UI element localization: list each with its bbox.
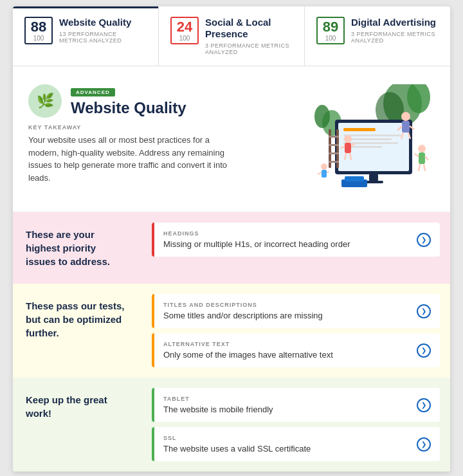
chevron-down-icon-optimize-0[interactable]: ❯ (417, 304, 431, 318)
section-content-priority: HEADINGS Missing or multiple H1s, or inc… (141, 212, 450, 284)
hero-title-wrap: ADVANCED Website Quality (71, 85, 186, 117)
svg-rect-7 (343, 128, 376, 131)
section-content-great: TABLET The website is mobile friendly ❯ … (141, 378, 450, 471)
score-box-0: 88 100 (24, 17, 53, 44)
sections-container: These are your highest priority issues t… (13, 212, 450, 471)
svg-point-20 (344, 135, 352, 143)
key-takeaway-label: KEY TAKEAWAY (28, 124, 293, 131)
score-box-2: 89 100 (316, 17, 345, 44)
section-great: Keep up the great work! TABLET The websi… (13, 378, 450, 471)
section-optimize: These pass our tests, but can be optimiz… (13, 284, 450, 378)
header-subtitle-1: 3 Performance Metrics Analyzed (205, 42, 293, 55)
issue-category-priority-0: HEADINGS (163, 230, 350, 237)
score-block-0: 88 100 Website Quality 13 Performance Me… (24, 17, 147, 44)
header-text-1: Social & Local Presence 3 Performance Me… (205, 17, 293, 55)
svg-point-4 (314, 105, 330, 128)
issue-info-optimize-0: TITLES AND DESCRIPTIONS Some titles and/… (163, 302, 323, 320)
chevron-down-icon-great-1[interactable]: ❯ (417, 437, 431, 452)
score-denom-1: 100 (176, 35, 194, 42)
header: 88 100 Website Quality 13 Performance Me… (13, 6, 450, 66)
header-text-2: Digital Advertising 3 Performance Metric… (351, 17, 439, 44)
header-text-0: Website Quality 13 Performance Metrics A… (59, 17, 147, 44)
svg-rect-28 (329, 136, 339, 138)
svg-rect-29 (329, 144, 339, 146)
svg-line-40 (318, 172, 322, 174)
issue-title-optimize-1: Only some of the images have alternative… (163, 350, 333, 360)
issue-info-priority-0: HEADINGS Missing or multiple H1s, or inc… (163, 230, 350, 249)
svg-rect-33 (419, 152, 425, 164)
advanced-badge: ADVANCED (71, 88, 115, 96)
issue-card-priority-0[interactable]: HEADINGS Missing or multiple H1s, or inc… (152, 223, 440, 257)
hero-section: 🌿 ADVANCED Website Quality KEY TAKEAWAY … (13, 66, 450, 212)
score-number-2: 89 (323, 19, 338, 35)
issue-title-great-1: The website uses a valid SSL certificate (163, 444, 311, 453)
key-takeaway-text: Your website uses all or most best pract… (28, 134, 234, 184)
svg-line-34 (414, 154, 419, 156)
issue-card-great-1[interactable]: SSL The website uses a valid SSL certifi… (152, 427, 440, 461)
chevron-down-icon-great-0[interactable]: ❯ (417, 398, 431, 412)
section-label-priority: These are your highest priority issues t… (13, 212, 141, 284)
issue-info-great-0: TABLET The website is mobile friendly (163, 396, 273, 414)
issue-card-optimize-1[interactable]: ALTERNATIVE TEXT Only some of the images… (152, 333, 440, 367)
header-subtitle-0: 13 Performance Metrics Analyzed (59, 31, 147, 44)
score-number-0: 88 (31, 19, 46, 35)
issue-info-great-1: SSL The website uses a valid SSL certifi… (163, 435, 311, 453)
svg-rect-43 (345, 176, 364, 181)
score-denom-2: 100 (322, 35, 340, 42)
svg-point-32 (418, 145, 426, 152)
hero-icon-wrap: 🌿 ADVANCED Website Quality (28, 84, 293, 118)
section-label-text-priority: These are your highest priority issues t… (26, 228, 129, 268)
svg-point-38 (321, 163, 327, 170)
hero-left: 🌿 ADVANCED Website Quality KEY TAKEAWAY … (28, 84, 293, 184)
section-label-optimize: These pass our tests, but can be optimiz… (13, 284, 141, 378)
section-label-text-great: Keep up the great work! (26, 393, 129, 420)
issue-card-optimize-0[interactable]: TITLES AND DESCRIPTIONS Some titles and/… (152, 294, 440, 328)
issue-title-great-0: The website is mobile friendly (163, 405, 273, 414)
svg-rect-31 (329, 161, 339, 163)
section-label-great: Keep up the great work! (13, 378, 141, 471)
section-content-optimize: TITLES AND DESCRIPTIONS Some titles and/… (141, 284, 450, 378)
svg-rect-12 (369, 174, 378, 181)
issue-info-optimize-1: ALTERNATIVE TEXT Only some of the images… (163, 341, 333, 360)
svg-point-14 (401, 112, 410, 121)
svg-line-41 (327, 172, 329, 172)
score-denom-0: 100 (30, 35, 48, 42)
section-priority: These are your highest priority issues t… (13, 212, 450, 284)
chevron-down-icon-optimize-1[interactable]: ❯ (417, 343, 431, 358)
svg-rect-10 (343, 142, 398, 144)
score-number-1: 24 (177, 19, 192, 35)
header-item-1[interactable]: 24 100 Social & Local Presence 3 Perform… (159, 6, 305, 66)
svg-rect-21 (345, 143, 351, 153)
issue-category-optimize-0: TITLES AND DESCRIPTIONS (163, 302, 323, 308)
svg-rect-15 (402, 121, 410, 133)
issue-title-optimize-0: Some titles and/or descriptions are miss… (163, 311, 323, 320)
score-box-1: 24 100 (170, 17, 199, 44)
issue-category-optimize-1: ALTERNATIVE TEXT (163, 341, 333, 347)
issue-title-priority-0: Missing or multiple H1s, or incorrect he… (163, 239, 350, 249)
issue-category-great-1: SSL (163, 435, 311, 441)
header-title-2: Digital Advertising (351, 17, 439, 28)
section-label-text-optimize: These pass our tests, but can be optimiz… (26, 299, 129, 340)
hero-illustration (293, 84, 435, 194)
header-subtitle-2: 3 Performance Metrics Analyzed (351, 31, 439, 44)
main-card: 88 100 Website Quality 13 Performance Me… (13, 6, 450, 471)
svg-rect-39 (322, 170, 327, 178)
issue-card-great-0[interactable]: TABLET The website is mobile friendly ❯ (152, 388, 440, 422)
header-item-0[interactable]: 88 100 Website Quality 13 Performance Me… (13, 6, 159, 66)
header-title-1: Social & Local Presence (205, 17, 293, 40)
svg-line-35 (425, 156, 428, 160)
issue-category-great-0: TABLET (163, 396, 273, 402)
score-block-2: 89 100 Digital Advertising 3 Performance… (316, 17, 439, 44)
header-item-2[interactable]: 89 100 Digital Advertising 3 Performance… (305, 6, 450, 66)
svg-line-36 (419, 164, 420, 171)
header-title-0: Website Quality (59, 17, 147, 28)
leaf-icon: 🌿 (28, 84, 62, 118)
score-block-1: 24 100 Social & Local Presence 3 Perform… (170, 17, 293, 55)
hero-title: Website Quality (71, 99, 186, 117)
svg-rect-30 (329, 152, 339, 154)
svg-rect-8 (343, 134, 401, 136)
chevron-down-icon-priority-0[interactable]: ❯ (417, 233, 431, 247)
svg-line-37 (424, 164, 425, 171)
